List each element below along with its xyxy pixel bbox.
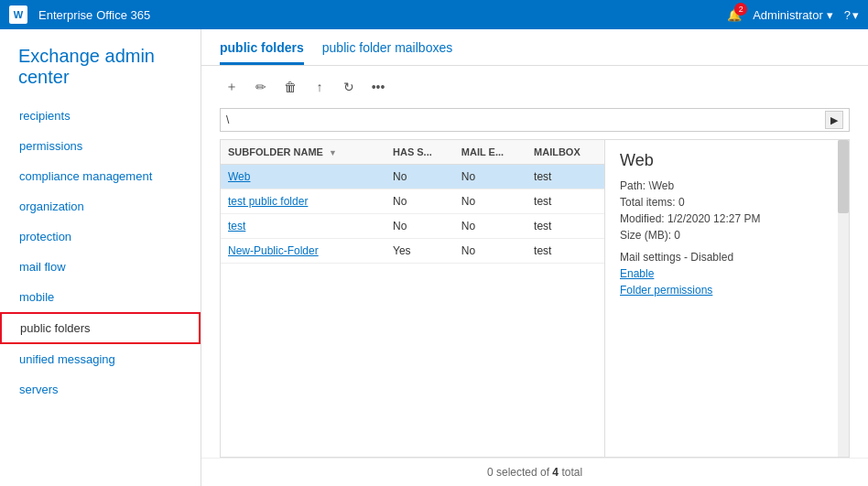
sidebar-item-compliance-management[interactable]: compliance management [0,161,201,191]
bell-button[interactable]: 🔔 2 [727,8,742,22]
page-title: Exchange admin center [0,29,201,101]
topbar-brand: EnterpriseOffice 365 [35,8,150,22]
sidebar-item-unified-messaging[interactable]: unified messaging [0,344,201,374]
content-area: SUBFOLDER NAME ▼ HAS S... MAIL E... MAIL… [220,139,850,458]
table-row[interactable]: test public folder No No test [221,189,604,214]
detail-total-items: Total items: 0 [620,196,834,209]
page: Exchange admin center recipients permiss… [0,29,868,486]
tab-public-folders[interactable]: public folders [220,40,304,65]
detail-panel: Web Path: \Web Total items: 0 Modified: … [605,140,849,457]
footer-total-label: total [561,466,582,479]
col-subfolder-name[interactable]: SUBFOLDER NAME ▼ [221,140,385,165]
cell-mailbox: test [526,239,604,264]
col-mailbox: MAILBOX [526,140,604,165]
chevron-down-icon: ▾ [852,8,859,22]
admin-menu[interactable]: Administrator ▾ [753,8,833,22]
refresh-button[interactable]: ↻ [337,75,361,99]
topbar: W EnterpriseOffice 365 🔔 2 Administrator… [0,0,868,29]
detail-modified: Modified: 1/2/2020 12:27 PM [620,212,834,225]
sidebar-item-recipients[interactable]: recipients [0,101,201,131]
bell-badge: 2 [734,3,747,16]
folder-link-test[interactable]: test [228,220,245,232]
col-has-subfolders: HAS S... [385,140,454,165]
detail-folder-permissions-link[interactable]: Folder permissions [620,284,834,297]
cell-mailbox: test [526,189,604,214]
cell-mail-enabled: No [454,214,526,239]
cell-has-subfolders: No [385,165,454,189]
table-row[interactable]: test No No test [221,214,604,239]
office-logo: W [9,5,27,24]
folder-link-test-public-folder[interactable]: test public folder [228,195,308,208]
chevron-down-icon: ▾ [827,8,833,22]
help-button[interactable]: ? ▾ [844,8,859,22]
footer-text: selected of [496,466,552,479]
path-bar-text: \ [226,113,825,126]
sidebar-item-organization[interactable]: organization [0,191,201,221]
footer-selected: 0 [487,466,494,479]
detail-mail-settings-label: Mail settings - Disabled [620,251,834,264]
sidebar-item-protection[interactable]: protection [0,221,201,252]
topbar-right: 🔔 2 Administrator ▾ ? ▾ [727,8,859,22]
tabs: public folders public folder mailboxes [201,29,868,66]
table-row[interactable]: New-Public-Folder Yes No test [221,239,604,264]
cell-mailbox: test [526,214,604,239]
detail-scrollbar-thumb [838,140,849,213]
sidebar-item-mail-flow[interactable]: mail flow [0,252,201,282]
sidebar-item-servers[interactable]: servers [0,374,201,405]
delete-button[interactable]: 🗑 [278,75,302,99]
up-button[interactable]: ↑ [308,75,331,99]
table-header-row: SUBFOLDER NAME ▼ HAS S... MAIL E... MAIL… [221,140,604,165]
sidebar-item-public-folders[interactable]: public folders [0,312,201,344]
sidebar-item-permissions[interactable]: permissions [0,131,201,161]
cell-has-subfolders: No [385,214,454,239]
table-row[interactable]: Web No No test [221,165,604,189]
folder-link-new-public-folder[interactable]: New-Public-Folder [228,244,319,257]
path-bar-arrow-button[interactable]: ▶ [825,111,843,129]
toolbar: ＋ ✏ 🗑 ↑ ↻ ••• [201,66,868,108]
sidebar: Exchange admin center recipients permiss… [0,29,201,486]
path-bar: \ ▶ [220,108,850,132]
detail-size: Size (MB): 0 [620,229,834,242]
more-button[interactable]: ••• [366,75,390,99]
edit-button[interactable]: ✏ [249,75,273,99]
add-button[interactable]: ＋ [220,75,244,99]
footer: 0 selected of 4 total [201,458,868,486]
footer-total: 4 [552,466,559,479]
cell-has-subfolders: No [385,189,454,214]
detail-title: Web [620,151,834,170]
folders-table: SUBFOLDER NAME ▼ HAS S... MAIL E... MAIL… [221,140,604,264]
sidebar-item-mobile[interactable]: mobile [0,282,201,312]
col-mail-enabled: MAIL E... [454,140,526,165]
topbar-left: W EnterpriseOffice 365 [9,5,150,24]
detail-scrollbar[interactable] [838,140,849,457]
detail-path: Path: \Web [620,179,834,192]
cell-mail-enabled: No [454,165,526,189]
main-content: public folders public folder mailboxes ＋… [201,29,868,486]
cell-mailbox: test [526,165,604,189]
cell-mail-enabled: No [454,189,526,214]
tab-public-folder-mailboxes[interactable]: public folder mailboxes [322,40,452,65]
folder-link-web[interactable]: Web [228,170,250,183]
sort-icon: ▼ [329,148,337,157]
table-area: SUBFOLDER NAME ▼ HAS S... MAIL E... MAIL… [221,140,605,457]
cell-mail-enabled: No [454,239,526,264]
detail-enable-link[interactable]: Enable [620,267,834,280]
cell-has-subfolders: Yes [385,239,454,264]
